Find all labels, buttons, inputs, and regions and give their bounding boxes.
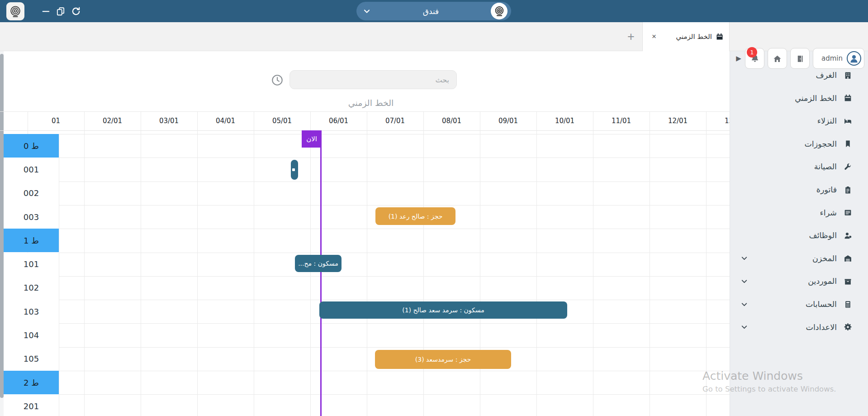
reservation-bar-room-003[interactable]: حجز : صالح رعد (1) [375, 207, 455, 225]
add-tab-button[interactable]: + [625, 22, 637, 51]
hotel-selector-value: فندق [371, 7, 491, 16]
room-label: 101 [4, 253, 59, 276]
sidebar-item-calendar[interactable]: الخط الزمني [730, 88, 868, 108]
list-icon [843, 208, 853, 217]
bar-label: حجز : سرمدسعد (3) [415, 356, 471, 363]
refresh-icon[interactable] [69, 0, 83, 22]
room-label: 002 [4, 182, 59, 205]
grid-row-line [4, 134, 730, 134]
wrench-icon [843, 163, 853, 171]
minimize-icon[interactable]: − [39, 0, 52, 22]
date-header-13-01: 13/01 [706, 111, 730, 130]
grid-row-line [4, 229, 730, 229]
sidebar-item-bookmark[interactable]: الحجوزات [730, 134, 868, 154]
building-icon [843, 71, 853, 80]
room-label: 003 [4, 205, 59, 229]
gear-icon [843, 323, 853, 331]
reservation-bar-room-105[interactable]: حجز : سرمدسعد (3) [375, 350, 511, 369]
app-logo-icon [6, 2, 24, 20]
tab-label: الخط الزمني [660, 33, 712, 41]
grid-row-line [4, 182, 730, 182]
copy-icon[interactable] [53, 0, 68, 22]
date-header-04-01: 04/01 [197, 111, 254, 130]
chevron-down-icon [740, 277, 748, 285]
grid-row-line [4, 158, 730, 158]
sidebar-item-list[interactable]: شراء [730, 203, 868, 223]
bar-label: مسكون : مح... [298, 260, 338, 267]
tab-bar: + × الخط الزمني ▶ 1 admin [0, 22, 868, 51]
bar-label: حجز : صالح رعد (1) [389, 213, 443, 220]
sidebar-menu: الغرفالخط الزمنيالنزلاءالحجوزاتالصيانةفا… [730, 51, 868, 416]
timeline-panel: الخط الزمني 0102/0103/0104/0105/0106/010… [0, 51, 730, 416]
close-tab-icon[interactable]: × [648, 32, 660, 42]
floor-label: ط 1 [4, 229, 59, 252]
grid-row-line [4, 253, 730, 253]
sidebar-item-warehouse[interactable]: المخزن [730, 249, 868, 268]
sidebar-item-label: الحجوزات [804, 139, 837, 148]
box-icon [843, 277, 853, 286]
notification-badge: 1 [747, 47, 757, 57]
date-header-01: 01 [28, 111, 84, 130]
users-icon [843, 231, 853, 240]
date-header-10-01: 10/01 [536, 111, 593, 130]
sidebar-item-users[interactable]: الوظائف [730, 225, 868, 245]
date-header-06-01: 06/01 [310, 111, 367, 130]
floor-label: ط 0 [4, 134, 59, 158]
user-menu-button[interactable]: admin [813, 48, 864, 69]
user-avatar [847, 51, 861, 66]
sidebar-item-label: الصيانة [814, 162, 837, 171]
now-marker: الان [302, 130, 322, 148]
sidebar-item-label: الموردين [808, 277, 837, 286]
date-header-09-01: 09/01 [480, 111, 536, 130]
hotel-selector-dropdown[interactable]: فندق [356, 2, 511, 20]
bed-icon [843, 117, 853, 125]
room-label: 102 [4, 276, 59, 300]
room-label: 103 [4, 300, 59, 323]
sidebar-item-label: الحسابات [806, 300, 837, 309]
grid-row-line [4, 205, 730, 206]
notifications-button[interactable]: 1 [745, 48, 764, 69]
clipped-bar-text [292, 168, 295, 171]
grid-row-line [4, 300, 730, 300]
room-label: 001 [4, 158, 59, 181]
grid-row-line [4, 323, 730, 324]
calendar-icon [716, 33, 724, 41]
gantt: 0102/0103/0104/0105/0106/0107/0108/0109/… [0, 51, 730, 416]
logout-door-button[interactable] [790, 48, 810, 69]
username-label: admin [821, 54, 843, 62]
tab-timeline[interactable]: × الخط الزمني [642, 22, 730, 51]
grid-row-line [4, 276, 730, 277]
occupied-bar-room-103[interactable]: مسكون : سرمد سعد صالح (1) [319, 301, 567, 319]
warehouse-icon [843, 254, 853, 263]
sidebar-item-label: الخط الزمني [795, 94, 837, 103]
date-header-08-01: 08/01 [423, 111, 480, 130]
chevron-down-icon [740, 323, 748, 331]
chevron-down-icon [740, 254, 748, 262]
sidebar-item-gear[interactable]: الاعدادات [730, 317, 868, 337]
date-header-12-01: 12/01 [650, 111, 706, 130]
sidebar-item-box[interactable]: الموردين [730, 271, 868, 291]
sidebar-item-invoice[interactable]: فاتورة [730, 180, 868, 200]
invoice-icon [843, 186, 853, 194]
sidebar-item-wrench[interactable]: الصيانة [730, 157, 868, 177]
date-header-05-01: 05/01 [254, 111, 310, 130]
sidebar-item-label: شراء [820, 208, 837, 217]
home-button[interactable] [768, 48, 787, 69]
header-bottom-border [0, 130, 730, 131]
occupied-bar-room-101[interactable]: مسكون : مح... [295, 255, 342, 272]
date-header-11-01: 11/01 [593, 111, 650, 130]
sidebar-item-calculator[interactable]: الحسابات [730, 294, 868, 314]
sidebar-item-label: النزلاء [817, 116, 837, 125]
titlebar: − فندق [0, 0, 868, 22]
calculator-icon [843, 300, 853, 309]
sidebar-item-label: الغرف [816, 71, 837, 80]
sidebar-item-bed[interactable]: النزلاء [730, 111, 868, 131]
date-header-07-01: 07/01 [367, 111, 423, 130]
hotel-logo-icon [491, 3, 508, 19]
room-label: 105 [4, 347, 59, 371]
collapse-sidebar-icon[interactable]: ▶ [733, 48, 745, 69]
sidebar-item-label: فاتورة [816, 185, 837, 194]
date-header-02-01: 02/01 [84, 111, 141, 130]
occupied-bar-room-001[interactable] [291, 160, 298, 180]
sidebar-item-label: الوظائف [809, 231, 837, 240]
